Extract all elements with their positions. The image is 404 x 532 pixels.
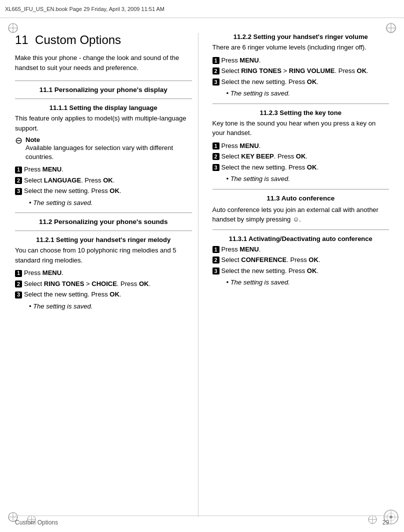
section-11-2-1-body: You can choose from 10 polyphonic ring m… (15, 246, 192, 265)
bullet-note-11-1-1: The setting is saved. (29, 198, 192, 208)
note-text: Available languages for selection vary w… (26, 144, 173, 160)
step-item: 3 Select the new setting. Press OK. (15, 290, 192, 300)
step-item: 1 Press MENU. (212, 244, 390, 254)
step-item: 2 Select CONFERENCE. Press OK. (212, 255, 390, 265)
steps-11-3-1: 1 Press MENU. 2 Select CONFERENCE. Press… (212, 244, 390, 276)
step-item: 2 Select LANGUAGE. Press OK. (15, 176, 192, 186)
col-left: 11 Custom Options Make this your phone -… (15, 33, 198, 517)
header-text: XL665_IFU_US_EN.book Page 29 Friday, Apr… (5, 6, 164, 12)
section-11-2-1-heading: 11.2.1 Setting your handset's ringer mel… (15, 236, 192, 244)
divider-4 (15, 230, 192, 231)
section-11-2-3-heading: 11.2.3 Setting the key tone (212, 109, 390, 116)
step-item: 3 Select the new setting. Press OK. (212, 266, 390, 276)
note-box: ⊖ Note Available languages for selection… (15, 136, 192, 162)
footer-right: 29 (382, 519, 389, 526)
section-11-1-heading: 11.1 Personalizing your phone's display (15, 86, 192, 94)
chapter-intro: Make this your phone - change the look a… (15, 53, 192, 72)
step-item: 1 Press MENU. (15, 268, 192, 278)
note-icon: ⊖ (15, 136, 22, 145)
section-11-3-1-heading: 11.3.1 Activating/Deactivating auto conf… (212, 235, 390, 242)
footer: Custom Options 29 (15, 516, 389, 526)
section-11-2-2-body: There are 6 ringer volume levels (includ… (212, 42, 390, 52)
step-item: 1 Press MENU. (212, 141, 390, 151)
col-right: 11.2.2 Setting your handset's ringer vol… (210, 33, 390, 517)
chapter-title: 11 Custom Options (15, 33, 192, 47)
step-item: 1 Press MENU. (212, 56, 390, 66)
section-11-3-body: Auto conference lets you join an externa… (212, 205, 390, 224)
divider-5 (212, 104, 390, 104)
divider-3 (15, 212, 192, 213)
step-item: 3 Select the new setting. Press OK. (15, 186, 192, 196)
note-label: Note (26, 136, 40, 144)
section-11-1-1-heading: 11.1.1 Setting the display language (15, 104, 192, 112)
section-11-1-1-body: This feature only applies to model(s) wi… (15, 114, 192, 133)
step-item: 3 Select the new setting. Press OK. (212, 162, 390, 172)
bullet-note-11-2-2: The setting is saved. (226, 88, 390, 98)
bullet-note-11-2-1: The setting is saved. (29, 302, 192, 312)
page-content: 11 Custom Options Make this your phone -… (0, 18, 404, 532)
step-item: 2 Select RING TONES > CHOICE. Press OK. (15, 279, 192, 289)
section-11-2-3-body: Key tone is the sound you hear when you … (212, 118, 390, 138)
section-11-2-heading: 11.2 Personalizing your phone's sounds (15, 218, 192, 226)
section-11-3-heading: 11.3 Auto conference (212, 194, 390, 202)
section-11-2-2-heading: 11.2.2 Setting your handset's ringer vol… (212, 33, 390, 40)
bullet-note-11-3-1: The setting is saved. (226, 278, 390, 288)
divider-7 (212, 230, 390, 230)
footer-left: Custom Options (15, 519, 58, 526)
steps-11-2-3: 1 Press MENU. 2 Select KEY BEEP. Press O… (212, 141, 390, 172)
divider-6 (212, 189, 390, 190)
bullet-note-11-2-3: The setting is saved. (226, 174, 390, 184)
step-item: 3 Select the new setting. Press OK. (212, 77, 390, 87)
step-item: 1 Press MENU. (15, 164, 192, 174)
step-item: 2 Select RING TONES > RING VOLUME. Press… (212, 66, 390, 76)
steps-11-2-2: 1 Press MENU. 2 Select RING TONES > RING… (212, 56, 390, 87)
note-content: Note Available languages for selection v… (26, 136, 192, 162)
divider-1 (15, 80, 192, 81)
step-item: 2 Select KEY BEEP. Press OK. (212, 152, 390, 162)
steps-11-1-1: 1 Press MENU. 2 Select LANGUAGE. Press O… (15, 164, 192, 196)
divider-2 (15, 98, 192, 99)
steps-11-2-1: 1 Press MENU. 2 Select RING TONES > CHOI… (15, 268, 192, 300)
header-bar: XL665_IFU_US_EN.book Page 29 Friday, Apr… (0, 0, 404, 18)
